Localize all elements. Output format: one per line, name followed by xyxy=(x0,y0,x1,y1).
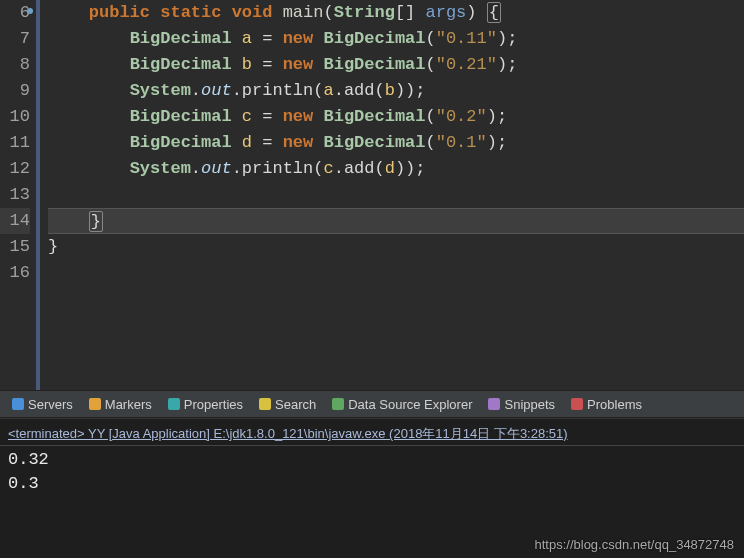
search-icon xyxy=(259,398,271,410)
tab-label: Problems xyxy=(587,397,642,412)
line-number-gutter: 678910111213141516 xyxy=(0,0,40,390)
line-number: 13 xyxy=(0,182,30,208)
code-line[interactable]: BigDecimal d = new BigDecimal("0.1"); xyxy=(48,130,744,156)
line-number: 12 xyxy=(0,156,30,182)
line-number: 15 xyxy=(0,234,30,260)
code-line[interactable] xyxy=(48,182,744,208)
markers-icon xyxy=(89,398,101,410)
line-number: 8 xyxy=(0,52,30,78)
code-line[interactable]: } xyxy=(48,208,744,234)
line-number: 14 xyxy=(0,208,30,234)
line-number: 7 xyxy=(0,26,30,52)
tab-label: Markers xyxy=(105,397,152,412)
console-output[interactable]: 0.320.3 xyxy=(0,445,744,498)
tab-label: Properties xyxy=(184,397,243,412)
line-number: 10 xyxy=(0,104,30,130)
tab-label: Snippets xyxy=(504,397,555,412)
code-line[interactable]: System.out.println(a.add(b)); xyxy=(48,78,744,104)
line-number: 11 xyxy=(0,130,30,156)
code-line[interactable]: BigDecimal c = new BigDecimal("0.2"); xyxy=(48,104,744,130)
tab-label: Search xyxy=(275,397,316,412)
views-tab-bar: ServersMarkersPropertiesSearchData Sourc… xyxy=(0,390,744,418)
tab-markers[interactable]: Markers xyxy=(81,391,160,417)
code-line[interactable] xyxy=(48,260,744,286)
line-number: 9 xyxy=(0,78,30,104)
code-area[interactable]: public static void main(String[] args) {… xyxy=(40,0,744,390)
snippets-icon xyxy=(488,398,500,410)
problems-icon xyxy=(571,398,583,410)
line-number: 16 xyxy=(0,260,30,286)
code-line[interactable]: System.out.println(c.add(d)); xyxy=(48,156,744,182)
console-process-header: <terminated> YY [Java Application] E:\jd… xyxy=(0,418,744,445)
watermark-text: https://blog.csdn.net/qq_34872748 xyxy=(535,537,735,552)
code-line[interactable]: public static void main(String[] args) { xyxy=(48,0,744,26)
code-line[interactable]: BigDecimal b = new BigDecimal("0.21"); xyxy=(48,52,744,78)
data-source-explorer-icon xyxy=(332,398,344,410)
tab-label: Servers xyxy=(28,397,73,412)
override-marker-icon xyxy=(27,8,33,14)
tab-data-source-explorer[interactable]: Data Source Explorer xyxy=(324,391,480,417)
tab-label: Data Source Explorer xyxy=(348,397,472,412)
code-line[interactable]: BigDecimal a = new BigDecimal("0.11"); xyxy=(48,26,744,52)
line-number: 6 xyxy=(0,0,30,26)
code-editor[interactable]: 678910111213141516 public static void ma… xyxy=(0,0,744,390)
tab-servers[interactable]: Servers xyxy=(4,391,81,417)
code-line[interactable]: } xyxy=(48,234,744,260)
console-line: 0.3 xyxy=(8,472,736,496)
tab-search[interactable]: Search xyxy=(251,391,324,417)
servers-icon xyxy=(12,398,24,410)
console-line: 0.32 xyxy=(8,448,736,472)
tab-properties[interactable]: Properties xyxy=(160,391,251,417)
properties-icon xyxy=(168,398,180,410)
tab-problems[interactable]: Problems xyxy=(563,391,650,417)
tab-snippets[interactable]: Snippets xyxy=(480,391,563,417)
